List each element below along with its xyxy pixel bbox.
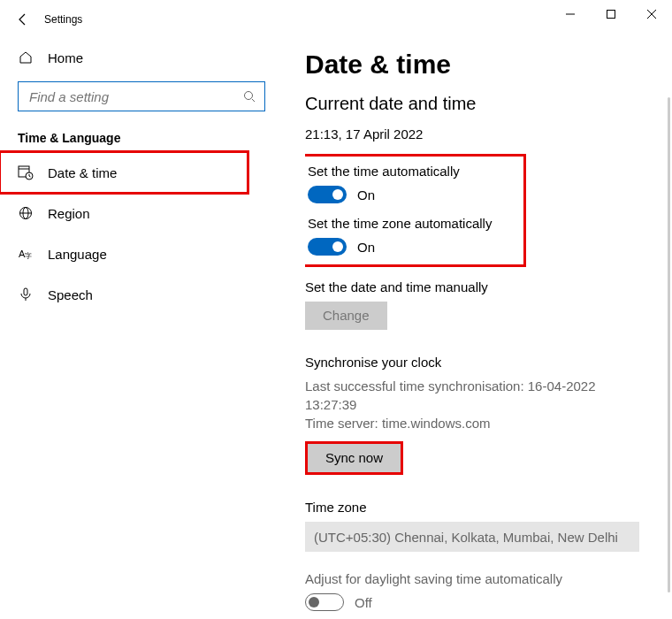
scrollbar[interactable] (668, 97, 670, 592)
search-icon (243, 90, 256, 103)
sidebar-section-header: Time & Language (0, 111, 293, 152)
tz-title: Time zone (305, 500, 651, 515)
sync-title: Synchronise your clock (305, 355, 651, 370)
back-button[interactable] (11, 7, 35, 32)
auto-tz-toggle[interactable] (308, 238, 347, 256)
svg-point-2 (245, 92, 253, 100)
window-title: Settings (44, 13, 82, 26)
search-box[interactable] (18, 81, 265, 111)
auto-tz-label: Set the time zone automatically (308, 216, 516, 231)
window-controls (550, 0, 672, 28)
auto-time-state: On (357, 187, 375, 203)
sidebar-item-label: Speech (48, 287, 93, 302)
auto-time-label: Set the time automatically (308, 164, 516, 179)
sidebar-item-label: Region (48, 206, 90, 221)
sidebar-item-date-time[interactable]: Date & time (0, 152, 248, 193)
timezone-dropdown: (UTC+05:30) Chennai, Kolkata, Mumbai, Ne… (305, 522, 639, 552)
change-button: Change (305, 302, 387, 330)
calendar-clock-icon (18, 164, 34, 180)
nav-home[interactable]: Home (0, 39, 293, 76)
home-icon (18, 50, 34, 65)
auto-time-toggle[interactable] (308, 186, 347, 203)
globe-icon (18, 206, 34, 220)
sidebar-item-label: Date & time (48, 165, 117, 180)
timezone-value: (UTC+05:30) Chennai, Kolkata, Mumbai, Ne… (314, 530, 618, 545)
svg-text:字: 字 (25, 252, 32, 260)
maximize-button[interactable] (591, 0, 631, 28)
sync-now-button[interactable]: Sync now (308, 444, 401, 472)
svg-line-3 (252, 99, 255, 102)
subtitle: Current date and time (305, 94, 651, 114)
dst-state: Off (355, 595, 372, 610)
nav-home-label: Home (48, 50, 83, 65)
sidebar-item-language[interactable]: A字 Language (0, 233, 248, 274)
sidebar-item-label: Language (48, 247, 107, 262)
dst-toggle (305, 593, 344, 611)
sync-server: Time server: time.windows.com (305, 414, 651, 432)
auto-settings-highlight: Set the time automatically On Set the ti… (305, 154, 526, 267)
auto-tz-state: On (357, 240, 375, 255)
sidebar-item-speech[interactable]: Speech (0, 274, 248, 315)
page-title: Date & time (305, 50, 651, 80)
main-content: Date & time Current date and time 21:13,… (305, 39, 663, 619)
minimize-button[interactable] (550, 0, 591, 28)
dst-label: Adjust for daylight saving time automati… (305, 571, 651, 586)
search-input[interactable] (27, 88, 243, 105)
microphone-icon (18, 287, 34, 302)
close-button[interactable] (631, 0, 672, 28)
sync-info: Last successful time synchronisation: 16… (305, 377, 651, 432)
svg-rect-12 (24, 288, 27, 295)
svg-rect-1 (607, 11, 615, 19)
titlebar: Settings (0, 0, 293, 39)
sync-last: Last successful time synchronisation: 16… (305, 377, 651, 414)
language-icon: A字 (18, 247, 34, 261)
manual-label: Set the date and time manually (305, 279, 651, 294)
sidebar-item-region[interactable]: Region (0, 193, 248, 233)
sync-button-highlight: Sync now (305, 441, 403, 475)
current-datetime: 21:13, 17 April 2022 (305, 126, 651, 141)
sidebar: Home Time & Language Date & time Region … (0, 39, 293, 619)
